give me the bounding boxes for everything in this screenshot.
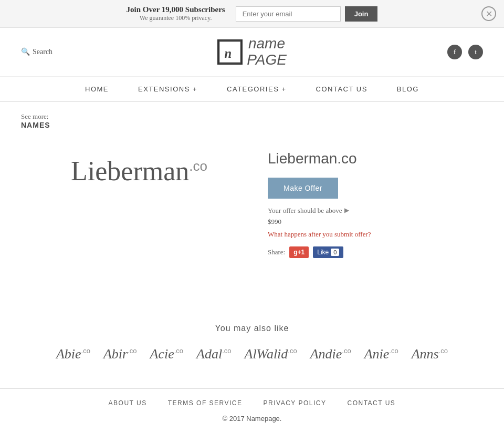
svg-text:n: n <box>225 46 232 60</box>
social-icons: f t <box>447 45 483 59</box>
nav-contact[interactable]: CONTACT US <box>301 77 382 101</box>
header: 🔍 Search n name PAGE f t <box>0 28 504 77</box>
footer-copyright: © 2017 Namepage. <box>21 415 483 423</box>
google-plus-button[interactable]: g+1 <box>289 246 309 258</box>
offer-info: Your offer should be above ▶ <box>268 207 462 215</box>
share-label: Share: <box>268 248 285 256</box>
domain-logo-ext: .co <box>189 158 207 173</box>
logo-name: name <box>248 35 285 51</box>
domain-logo-area: Lieberman.co <box>42 145 236 308</box>
offer-price: $990 <box>268 218 462 226</box>
banner-headline: Join Over 19,000 Subscribers <box>127 5 225 14</box>
search-label: Search <box>33 48 52 56</box>
footer: ABOUT USTERMS OF SERVICEPRIVACY POLICYCO… <box>0 389 504 433</box>
similar-name-item[interactable]: Adal.co <box>196 346 231 362</box>
footer-link-terms[interactable]: TERMS OF SERVICE <box>168 399 243 407</box>
also-like-heading: You may also like <box>21 324 483 333</box>
navigation: HOME EXTENSIONS + CATEGORIES + CONTACT U… <box>0 77 504 102</box>
search-icon: 🔍 <box>21 47 30 56</box>
similar-name-item[interactable]: Abie.co <box>56 346 90 362</box>
close-banner-button[interactable]: ✕ <box>481 6 496 21</box>
domain-name-heading: Lieberman.co <box>268 150 462 167</box>
logo-text: name PAGE <box>247 36 287 68</box>
twitter-icon[interactable]: t <box>468 45 483 59</box>
logo-box: n name PAGE <box>217 36 287 68</box>
banner-sub: We guarantee 100% privacy. <box>127 14 225 22</box>
see-more-label: See more: <box>21 112 48 120</box>
footer-links: ABOUT USTERMS OF SERVICEPRIVACY POLICYCO… <box>21 399 483 407</box>
footer-link-contact[interactable]: CONTACT US <box>347 399 395 407</box>
top-banner: Join Over 19,000 Subscribers We guarante… <box>0 0 504 28</box>
similar-names-list: Abie.coAbir.coAcie.coAdal.coAlWalid.coAn… <box>21 346 483 362</box>
footer-brand: Namepage. <box>246 415 281 423</box>
similar-name-item[interactable]: Acie.co <box>150 346 184 362</box>
share-row: Share: g+1 Like 0 <box>268 246 462 258</box>
search-area[interactable]: 🔍 Search <box>21 47 52 56</box>
email-input[interactable] <box>236 6 341 22</box>
nav-home[interactable]: HOME <box>70 77 123 101</box>
breadcrumb: See more: NAMES <box>0 102 504 135</box>
banner-text: Join Over 19,000 Subscribers We guarante… <box>127 5 225 22</box>
similar-name-item[interactable]: AlWalid.co <box>245 346 297 362</box>
offer-link[interactable]: What happens after you submit offer? <box>268 230 462 239</box>
email-form: Join <box>236 6 378 22</box>
domain-logo: Lieberman.co <box>71 156 207 187</box>
offer-above-label: Your offer should be above <box>268 207 342 215</box>
similar-name-item[interactable]: Anie.co <box>364 346 398 362</box>
copyright-text: © 2017 Namepage. <box>223 415 282 423</box>
logo-page: PAGE <box>247 52 287 68</box>
logo[interactable]: n name PAGE <box>217 36 287 68</box>
fb-like-label: Like <box>317 249 329 256</box>
domain-details: Lieberman.co Make Offer Your offer shoul… <box>268 145 462 308</box>
similar-name-item[interactable]: Andie.co <box>310 346 351 362</box>
main-content: Lieberman.co Lieberman.co Make Offer You… <box>0 135 504 318</box>
nav-extensions[interactable]: EXTENSIONS + <box>123 77 212 101</box>
join-button[interactable]: Join <box>345 6 378 22</box>
facebook-like-button[interactable]: Like 0 <box>313 246 343 258</box>
offer-arrow-icon: ▶ <box>344 207 349 214</box>
names-link[interactable]: NAMES <box>21 121 483 129</box>
also-like-section: You may also like Abie.coAbir.coAcie.coA… <box>0 318 504 378</box>
similar-name-item[interactable]: Anns.co <box>412 346 448 362</box>
make-offer-button[interactable]: Make Offer <box>268 178 338 199</box>
nav-categories[interactable]: CATEGORIES + <box>212 77 301 101</box>
logo-icon: n <box>217 39 243 65</box>
footer-link-privacy[interactable]: PRIVACY POLICY <box>264 399 327 407</box>
domain-logo-name: Lieberman <box>71 156 189 186</box>
nav-blog[interactable]: BLOG <box>382 77 434 101</box>
similar-name-item[interactable]: Abir.co <box>103 346 137 362</box>
footer-link-about[interactable]: ABOUT US <box>109 399 147 407</box>
fb-like-count: 0 <box>331 249 339 256</box>
facebook-icon[interactable]: f <box>447 45 462 59</box>
